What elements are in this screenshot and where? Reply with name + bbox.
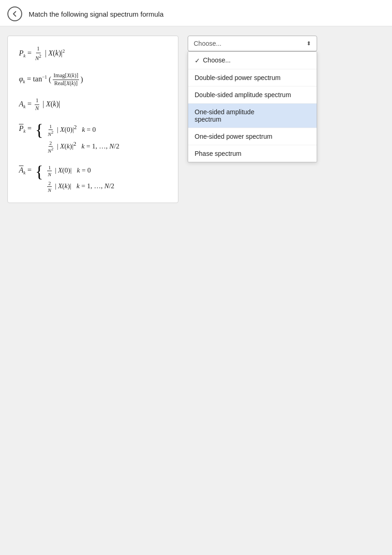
chevron-down-icon: ⬍ xyxy=(306,40,311,47)
dropdown-item-one-sided-amplitude[interactable]: One-sided amplitudespectrum xyxy=(188,104,317,128)
dropdown-item-one-sided-power[interactable]: One-sided power spectrum xyxy=(188,128,317,145)
dropdown-menu: ✓ Choose... Double-sided power spectrum … xyxy=(188,51,317,162)
page-header: Match the following signal spectrum form… xyxy=(0,0,392,26)
pk-case-0: 1 N2 | X(0)|2 k = 0 xyxy=(46,123,120,137)
dropdown-item-double-sided-power[interactable]: Double-sided power spectrum xyxy=(188,69,317,86)
brace-ak: { xyxy=(35,163,43,180)
formula-pk-bar: Pk = xyxy=(19,124,33,132)
ak-case-1: 2 N | X(k)| k = 1, …, N/2 xyxy=(46,180,115,194)
dropdown-item-double-sided-amplitude[interactable]: Double-sided amplitude spectrum xyxy=(188,86,317,104)
dropdown-item-label-dsa: Double-sided amplitude spectrum xyxy=(195,91,310,99)
formula-ak: Ak = 1 N | X(k)| xyxy=(19,100,60,108)
formula-row-ak: Ak = 1 N | X(k)| xyxy=(19,97,167,112)
dropdown-item-label-phase: Phase spectrum xyxy=(195,150,310,157)
formula-card: Pk = 1 N2 | X(k)|2 φk = tan−1 ( Imag[X(k… xyxy=(7,36,178,203)
formula-row-pk: Pk = 1 N2 | X(k)|2 xyxy=(19,45,167,62)
dropdown-item-label-dsp: Double-sided power spectrum xyxy=(195,74,310,81)
formula-ak-bar: Ak = xyxy=(19,166,33,174)
dropdown-area: Choose... ⬍ ✓ Choose... Double-sided pow… xyxy=(188,36,317,203)
check-icon: ✓ xyxy=(195,57,200,64)
dropdown-item-choose[interactable]: ✓ Choose... xyxy=(188,52,317,69)
page-title: Match the following signal spectrum form… xyxy=(29,10,164,18)
dropdown-item-label-osp: One-sided power spectrum xyxy=(195,133,310,140)
brace-pk: { xyxy=(35,122,43,138)
formula-row-phi: φk = tan−1 ( Imag[X(k)] Real[X(k)] ) xyxy=(19,72,167,87)
dropdown-trigger[interactable]: Choose... ⬍ xyxy=(188,36,317,51)
formula-row-ak-bar: Ak = { 1 N | X(0)| k = 0 2 xyxy=(19,164,167,193)
formula-row-pk-bar: Pk = { 1 N2 | X(0)|2 k = 0 2 xyxy=(19,123,167,154)
main-content: Pk = 1 N2 | X(k)|2 φk = tan−1 ( Imag[X(k… xyxy=(0,26,392,212)
dropdown-item-label-osa: One-sided amplitudespectrum xyxy=(195,108,310,123)
back-button[interactable] xyxy=(7,6,22,21)
dropdown-item-phase-spectrum[interactable]: Phase spectrum xyxy=(188,145,317,162)
ak-cases: 1 N | X(0)| k = 0 2 N | X(k)| k = 1, …, … xyxy=(46,164,115,193)
dropdown-placeholder: Choose... xyxy=(194,40,221,47)
ak-case-0: 1 N | X(0)| k = 0 xyxy=(46,164,115,178)
dropdown-item-label-choose: Choose... xyxy=(203,56,310,64)
formula-pk: Pk = 1 N2 | X(k)|2 xyxy=(19,49,65,57)
formula-phi: φk = tan−1 ( Imag[X(k)] Real[X(k)] ) xyxy=(19,75,83,83)
pk-cases: 1 N2 | X(0)|2 k = 0 2 N2 | X(k)|2 k = 1,… xyxy=(46,123,120,154)
pk-case-1: 2 N2 | X(k)|2 k = 1, …, N/2 xyxy=(46,139,120,154)
